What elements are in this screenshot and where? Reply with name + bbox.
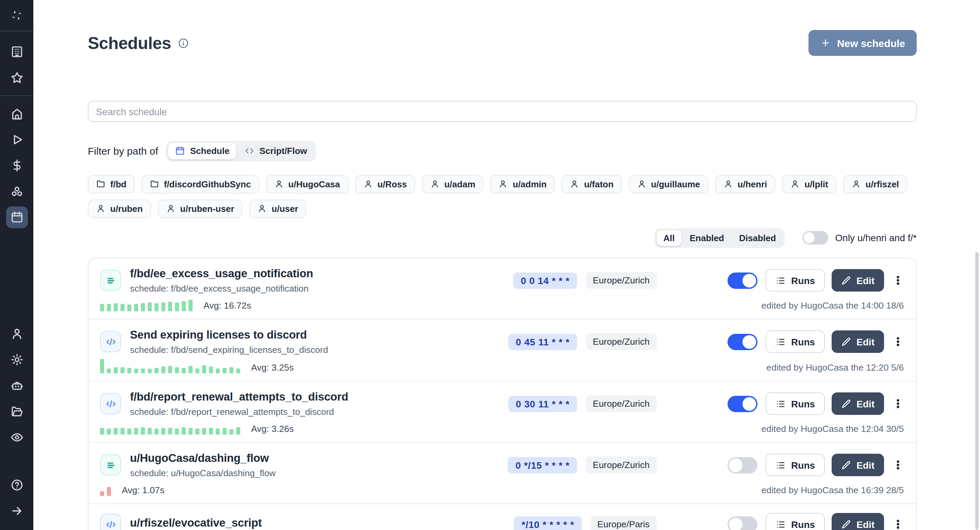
edited-by: edited by HugoCasa the 16:39 28/5 (762, 486, 904, 496)
sidebar-item-help[interactable] (6, 474, 27, 496)
info-icon[interactable] (178, 37, 189, 49)
runs-button[interactable]: Runs (765, 454, 824, 476)
kebab-menu-icon[interactable] (892, 519, 904, 530)
path-chip-u-faton[interactable]: u/faton (562, 175, 622, 193)
script-icon (100, 393, 121, 414)
sidebar-item-eye[interactable] (6, 426, 27, 448)
path-chip-u-adam[interactable]: u/adam (422, 175, 484, 193)
scrollbar-thumb[interactable] (975, 252, 978, 530)
schedule-controls: Runs Edit (727, 513, 904, 530)
sidebar-item-folder-open[interactable] (6, 401, 27, 422)
path-chip-u-user[interactable]: u/user (249, 199, 306, 218)
sparkline-bar (127, 368, 131, 373)
sidebar-item-robot[interactable] (6, 375, 27, 396)
schedule-row-main: f/bd/ee_excess_usage_notification schedu… (100, 267, 904, 294)
edit-button[interactable]: Edit (831, 269, 884, 292)
path-chip-u-rfiszel[interactable]: u/rfiszel (843, 175, 907, 193)
schedule-title[interactable]: f/bd/report_renewal_attempts_to_discord (130, 390, 470, 403)
sparkline-bar (161, 428, 165, 435)
path-chip-u-admin[interactable]: u/admin (490, 175, 555, 193)
kebab-menu-icon[interactable] (892, 398, 904, 409)
schedule-row: u/HugoCasa/dashing_flow schedule: u/Hugo… (89, 442, 916, 503)
only-henri-toggle[interactable] (802, 231, 828, 245)
sidebar-item-boxes[interactable] (6, 180, 27, 202)
schedule-path: schedule: u/HugoCasa/dashing_flow (130, 468, 470, 478)
sparkline-bar (182, 368, 186, 373)
search-input[interactable] (88, 101, 917, 122)
schedule-title[interactable]: Send expiring licenses to discord (130, 328, 470, 341)
runs-button[interactable]: Runs (765, 513, 824, 530)
runs-button[interactable]: Runs (765, 269, 824, 292)
path-chip-u-guillaume[interactable]: u/guillaume (628, 175, 708, 193)
flow-icon (105, 459, 117, 471)
path-chip-u-lplit[interactable]: u/lplit (782, 175, 836, 193)
dollar-icon (10, 159, 24, 172)
enabled-toggle[interactable] (727, 272, 757, 289)
toggle-knob (742, 335, 756, 348)
sidebar-group-top (0, 41, 33, 89)
sidebar-item-calendar[interactable] (6, 206, 27, 228)
edit-button[interactable]: Edit (831, 513, 884, 530)
cron-badge: 0 */15 * * * * (508, 457, 577, 473)
enabled-toggle[interactable] (727, 334, 757, 350)
runs-label: Runs (791, 398, 815, 409)
user-icon (724, 179, 733, 189)
sidebar-item-home[interactable] (6, 103, 27, 125)
enabled-toggle[interactable] (727, 396, 757, 412)
sparkline-bar (223, 368, 227, 373)
sparkline-bar (182, 427, 186, 435)
avg-duration: Avg: 3.26s (251, 425, 294, 435)
cron-wrap: 0 30 11 * * * (470, 396, 577, 412)
edit-button[interactable]: Edit (831, 393, 884, 415)
path-filter-tab-script-flow[interactable]: Script/Flow (237, 143, 314, 159)
kebab-menu-icon[interactable] (892, 275, 904, 286)
path-chip-u-ross[interactable]: u/Ross (355, 175, 415, 193)
sidebar-item-building[interactable] (6, 41, 27, 63)
sidebar-item-dollar[interactable] (6, 155, 27, 176)
runs-button[interactable]: Runs (765, 330, 824, 353)
sparkline-bar (141, 303, 145, 311)
list-icon (775, 398, 786, 409)
path-chip-u-hugocasa[interactable]: u/HugoCasa (266, 175, 348, 193)
path-chip-u-ruben[interactable]: u/ruben (88, 199, 151, 218)
path-chip-f-bd[interactable]: f/bd (88, 175, 135, 193)
sparkline-bar (168, 302, 172, 311)
cron-badge: */10 * * * * * (514, 516, 582, 530)
edit-button[interactable]: Edit (831, 454, 884, 476)
sidebar-item-arrow-right[interactable] (6, 500, 27, 522)
path-filter-label: Filter by path of (88, 145, 158, 157)
status-tab-enabled[interactable]: Enabled (683, 230, 731, 246)
status-tab-disabled[interactable]: Disabled (732, 230, 783, 246)
schedule-row: Send expiring licenses to discord schedu… (89, 319, 916, 381)
sparkline-bar (229, 367, 234, 373)
schedule-title[interactable]: f/bd/ee_excess_usage_notification (130, 267, 470, 280)
kebab-menu-icon[interactable] (892, 336, 904, 347)
runs-button[interactable]: Runs (765, 393, 824, 415)
schedule-title[interactable]: u/HugoCasa/dashing_flow (130, 452, 470, 465)
plus-icon (820, 37, 831, 48)
sidebar-item-gear[interactable] (6, 349, 27, 370)
sidebar-item-play[interactable] (6, 129, 27, 150)
path-filter-tab-schedule[interactable]: Schedule (169, 143, 237, 159)
runs-label: Runs (791, 275, 815, 286)
flow-icon (100, 270, 121, 291)
sidebar-item-star[interactable] (6, 67, 27, 89)
new-schedule-button[interactable]: New schedule (808, 30, 917, 56)
status-tab-all[interactable]: All (657, 230, 682, 246)
windmill-logo[interactable] (0, 0, 33, 31)
sidebar-group-admin (0, 323, 33, 448)
home-icon (10, 107, 24, 121)
edit-button[interactable]: Edit (831, 330, 884, 353)
duration-sparkline (100, 359, 240, 373)
schedule-title[interactable]: u/rfiszel/evocative_script (130, 516, 470, 529)
path-chip-u-ruben-user[interactable]: u/ruben-user (158, 199, 242, 218)
enabled-toggle[interactable] (727, 516, 757, 530)
path-chip-u-henri[interactable]: u/henri (715, 175, 775, 193)
path-filter-row: Filter by path of ScheduleScript/Flow (88, 141, 917, 161)
kebab-menu-icon[interactable] (892, 459, 904, 471)
path-chip-f-discordgithubsync[interactable]: f/discordGithubSync (142, 175, 259, 193)
folder-open-icon (10, 405, 24, 418)
enabled-toggle[interactable] (727, 457, 757, 473)
sidebar-item-user[interactable] (6, 323, 27, 345)
sparkline-bar (127, 305, 131, 311)
